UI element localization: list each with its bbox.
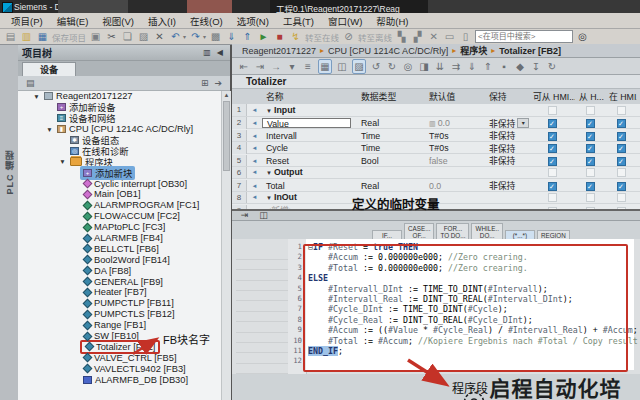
tree-item-item[interactable]: ≡设备和网络 — [18, 113, 222, 124]
goto-icon[interactable]: → — [270, 60, 282, 73]
hmi-checkbox[interactable]: ✓ — [586, 132, 595, 141]
copy-snapshot-icon[interactable]: ⇊ — [434, 60, 446, 73]
tree-item-item[interactable]: +添加新块 — [18, 167, 222, 178]
new-project-icon[interactable]: ▤ — [4, 30, 17, 43]
snippet-tab-region[interactable]: REGION — [537, 230, 570, 239]
sync-icon[interactable]: ↻ — [546, 60, 558, 73]
device-catalog-icon[interactable]: ▤ — [23, 78, 38, 88]
code-line[interactable]: 4ELSE — [288, 273, 638, 283]
session-icon[interactable]: ▞ — [411, 30, 424, 43]
redo-icon-dropdown[interactable]: ▾ — [203, 33, 206, 40]
paste-icon[interactable]: ▨ — [137, 30, 150, 43]
save-project-icon[interactable]: ▦ — [36, 30, 49, 43]
breadcrumb-item-cpu-cpu-1214c-ac-dc-rly[interactable]: CPU [CPU 1214C AC/DC/Rly] — [328, 46, 448, 56]
retain-cell[interactable]: 非保持 — [485, 142, 529, 155]
column-header-h[interactable]: 从 H... — [575, 90, 605, 103]
tree-item-alarmfb-fb4[interactable]: ALARMFB [FB4] — [18, 233, 222, 244]
redo-icon[interactable]: ↷ — [189, 30, 202, 43]
retain-dropdown-icon[interactable]: ▾ — [517, 118, 529, 128]
name-cell[interactable]: ▼Output — [262, 167, 357, 177]
expander-icon[interactable]: ▼ — [32, 93, 41, 100]
code-line[interactable]: 9 #Accum := ((#Value * #Cycle_Real) / #I… — [288, 325, 638, 335]
menu-item-n[interactable]: 选项(N) — [230, 14, 276, 28]
section-expander-icon[interactable]: ▼ — [266, 195, 272, 201]
breadcrumb-item-item[interactable]: 程序块 — [460, 44, 487, 57]
sort-icon[interactable]: ⊞ — [198, 78, 212, 88]
delete-icon[interactable]: ✕ — [153, 30, 166, 43]
tree-item-range-fb1[interactable]: Range [FB1] — [18, 320, 222, 331]
hmi-checkbox[interactable]: ✓ — [548, 132, 557, 141]
param-icon[interactable]: ↧ — [530, 60, 542, 73]
breadcrumb-item-reagent20171227[interactable]: Reagent20171227 — [242, 46, 316, 56]
tree-item-alarmfb-db-db30[interactable]: ALARMFB_DB [DB30] — [18, 374, 222, 385]
column-header-item[interactable]: 名称 — [262, 90, 357, 103]
hmi-checkbox[interactable]: ✓ — [617, 182, 626, 191]
hmi-checkbox[interactable] — [586, 193, 595, 202]
code-line[interactable]: 10 #Total := #Accum; //Kopiere Ergebnis … — [288, 336, 638, 346]
retain-cell[interactable]: 非保持 — [485, 154, 529, 167]
retain-cell[interactable]: 非保持 — [485, 179, 529, 192]
table-row-cycle[interactable]: 4◄CycleTimeT#0s非保持✓✓✓ — [232, 142, 640, 155]
scroll-thumb[interactable] — [223, 101, 230, 171]
snippet-tab-case[interactable]: CASE...OF... — [404, 223, 434, 239]
tree-item-vavlectl9402-fb3[interactable]: VAVLECTL9402 [FB3] — [18, 363, 222, 374]
reset-values-icon[interactable]: ▾ — [286, 60, 298, 73]
snippet-tab-while[interactable]: WHILE..DO... — [471, 223, 502, 239]
default-value-cell[interactable]: ▥0.0 — [425, 118, 485, 128]
tree-item-alarmprogram-fc1[interactable]: ALARMPROGRAM [FC1] — [18, 200, 222, 211]
favorites-icon[interactable]: ▨ — [352, 59, 366, 74]
retain-cell[interactable]: 非保持▾ — [485, 117, 529, 130]
code-line[interactable]: 11END_IF; — [288, 346, 638, 356]
redo-edit-icon[interactable]: ↻ — [386, 60, 398, 73]
tree-item-heater-fb7[interactable]: Heater [FB7] — [18, 287, 222, 298]
tree-item-cyclic-interrupt-ob30[interactable]: Cyclic interrupt [OB30] — [18, 178, 222, 189]
hmi-checkbox[interactable] — [617, 168, 626, 177]
compile-icon[interactable]: ▩ — [209, 30, 222, 43]
upload-icon[interactable]: ⇑ — [241, 30, 254, 43]
column-header-hmi[interactable]: 可从 HMI... — [529, 90, 575, 103]
name-cell[interactable]: ▼InOut — [262, 192, 357, 202]
tree-scrollbar[interactable]: ▲ — [221, 91, 231, 400]
name-cell[interactable]: Cycle — [262, 143, 357, 153]
menu-item-w[interactable]: 窗口(W) — [321, 14, 369, 28]
menu-item-e[interactable]: 编辑(E) — [50, 14, 96, 28]
tree-item-pumpctls-fb12[interactable]: PUMPCTLS [FB12] — [18, 309, 222, 320]
name-cell[interactable]: ▼Input — [262, 105, 357, 115]
expand-all-icon[interactable]: ≡ — [302, 60, 314, 73]
column-header-item[interactable]: 保持 — [485, 90, 529, 103]
undo-edit-icon[interactable]: ↺ — [370, 60, 382, 73]
snapshot-icon[interactable]: ◨ — [418, 60, 430, 73]
hmi-checkbox[interactable]: ✓ — [548, 144, 557, 153]
table-row-value[interactable]: 2◄ValueReal▥0.0非保持▾✓✓✓ — [232, 117, 640, 130]
code-line[interactable]: 6 #Intervall_Real := DINT_TO_REAL(#Inter… — [288, 294, 638, 304]
close-session-icon[interactable]: ✕ — [427, 30, 440, 43]
menu-item-p[interactable]: 项目(P) — [4, 14, 50, 28]
cut-icon[interactable]: ✂ — [105, 30, 118, 43]
section-expander-icon[interactable]: ▼ — [266, 108, 272, 114]
menu-item-v[interactable]: 视图(V) — [95, 14, 141, 28]
table-row-intervall[interactable]: 3◄IntervallTimeT#0s非保持✓✓✓ — [232, 129, 640, 142]
snippet-tab-if[interactable]: IF... — [372, 230, 402, 239]
tree-item-reagent20171227[interactable]: ▼Reagent20171227 — [18, 91, 222, 102]
print-icon[interactable]: ▣ — [89, 30, 102, 43]
absolute-operands-icon[interactable]: ⇥ — [238, 209, 251, 222]
column-header-hmi[interactable]: 在 HMI... — [605, 90, 637, 103]
tree-item-item[interactable]: ◎在线和诊断 — [18, 145, 222, 156]
menu-item-h[interactable]: 帮助(H) — [369, 14, 415, 28]
default-value-cell[interactable]: T#0s — [425, 131, 485, 141]
find-icon[interactable]: ◎ — [576, 30, 589, 43]
hmi-checkbox[interactable] — [586, 106, 595, 115]
hmi-checkbox[interactable] — [617, 106, 626, 115]
split-editor-icon[interactable]: ◫ — [257, 209, 270, 222]
code-line[interactable]: 3 #Total := 0.000000e000; //Zero crearin… — [288, 263, 638, 273]
tree-item-pumpctlp-fb11[interactable]: PUMPCTLP [FB11] — [18, 298, 222, 309]
code-line[interactable]: 8 #Cycle_Real := DINT_TO_REAL(#Cycle_DIn… — [288, 315, 638, 325]
tab-devices[interactable]: 设备 — [22, 62, 76, 77]
hmi-checkbox[interactable]: ✓ — [586, 182, 595, 191]
hmi-checkbox[interactable]: ✓ — [586, 157, 595, 166]
load-snapshot-icon[interactable]: ⇉ — [450, 60, 462, 73]
expander-icon[interactable]: ▼ — [58, 158, 67, 165]
table-row-reset[interactable]: 5◄ResetBoolfalse非保持✓✓✓ — [232, 154, 640, 167]
hmi-checkbox[interactable]: ✓ — [548, 182, 557, 191]
breadcrumb-item-totalizer-fb2[interactable]: Totalizer [FB2] — [499, 46, 561, 56]
